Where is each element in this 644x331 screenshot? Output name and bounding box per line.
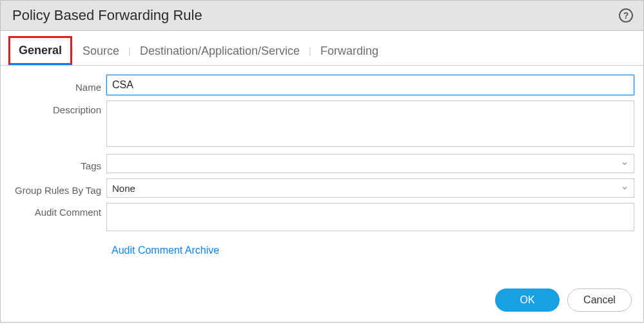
audit-comment-input[interactable] xyxy=(106,203,634,231)
group-rules-select[interactable]: None xyxy=(106,178,634,198)
dialog-header: Policy Based Forwarding Rule ? xyxy=(1,1,643,31)
tags-select[interactable] xyxy=(106,154,634,173)
tab-source[interactable]: Source xyxy=(73,41,128,64)
chevron-down-icon xyxy=(621,184,629,192)
dialog: Policy Based Forwarding Rule ? General |… xyxy=(0,0,644,323)
row-group-rules: Group Rules By Tag None xyxy=(10,178,634,198)
row-description: Description xyxy=(10,100,634,149)
row-tags: Tags xyxy=(10,154,634,173)
label-audit-comment: Audit Comment xyxy=(10,203,106,218)
audit-archive-row: Audit Comment Archive xyxy=(112,245,634,256)
label-name: Name xyxy=(10,78,106,93)
row-name: Name xyxy=(10,75,634,95)
tabs: General | Source | Destination/Applicati… xyxy=(1,31,643,66)
help-icon[interactable]: ? xyxy=(619,8,633,23)
tab-general[interactable]: General xyxy=(10,40,71,65)
row-audit-comment: Audit Comment xyxy=(10,203,634,233)
audit-comment-archive-link[interactable]: Audit Comment Archive xyxy=(112,245,219,256)
cancel-button[interactable]: Cancel xyxy=(567,288,632,312)
chevron-down-icon xyxy=(621,160,629,167)
dialog-footer: OK Cancel xyxy=(1,261,643,322)
ok-button[interactable]: OK xyxy=(495,288,560,312)
label-description: Description xyxy=(10,100,106,115)
dialog-title: Policy Based Forwarding Rule xyxy=(12,7,202,24)
tab-destination[interactable]: Destination/Application/Service xyxy=(131,41,309,64)
form-area: Name Description Tags Gro xyxy=(1,66,643,261)
label-tags: Tags xyxy=(10,156,106,171)
group-rules-value: None xyxy=(112,183,135,194)
label-group-rules: Group Rules By Tag xyxy=(10,181,106,196)
tab-forwarding[interactable]: Forwarding xyxy=(311,41,387,64)
tab-general-wrapper: General xyxy=(10,40,71,65)
name-input[interactable] xyxy=(106,75,634,95)
description-input[interactable] xyxy=(106,100,634,147)
